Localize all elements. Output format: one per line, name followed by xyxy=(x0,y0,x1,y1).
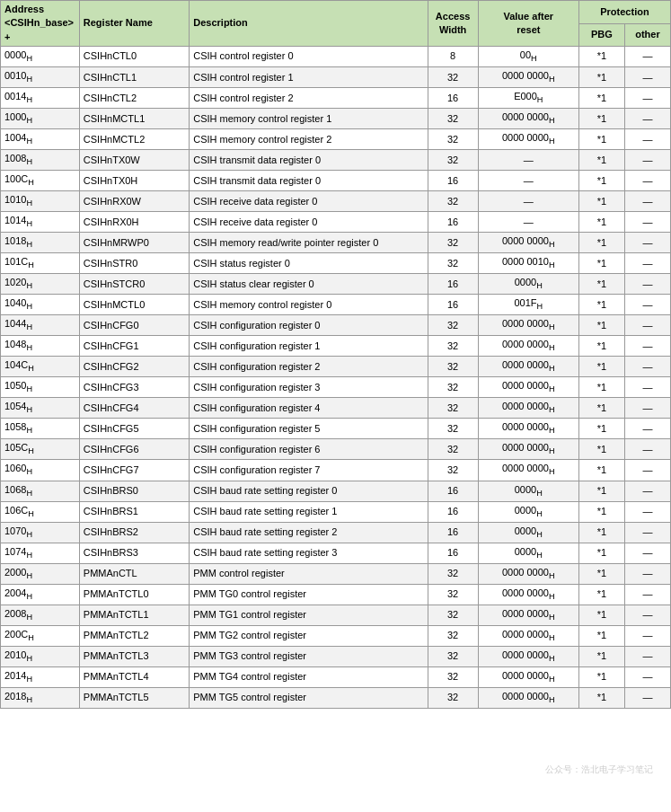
cell-description: PMM TG5 control register xyxy=(190,687,428,708)
cell-address: 1054H xyxy=(1,398,80,419)
table-row: 0010HCSIHnCTL1CSIH control register 1320… xyxy=(1,67,671,88)
cell-other: — xyxy=(624,377,670,398)
table-row: 104CHCSIHnCFG2CSIH configuration registe… xyxy=(1,357,671,377)
cell-address: 105CH xyxy=(1,439,80,460)
cell-other: — xyxy=(624,253,670,274)
table-row: 100CHCSIHnTX0HCSIH transmit data registe… xyxy=(1,171,671,191)
cell-reset-value: 0000 0000H xyxy=(478,109,578,129)
table-row: 2014HPMMAnTCTL4PMM TG4 control register3… xyxy=(1,666,671,687)
cell-register-name: CSIHnCFG1 xyxy=(79,336,189,357)
cell-access-width: 32 xyxy=(428,150,478,171)
cell-address: 1020H xyxy=(1,274,80,295)
cell-pbg: *1 xyxy=(578,398,624,419)
cell-other: — xyxy=(624,274,670,295)
cell-address: 1000H xyxy=(1,109,80,129)
cell-reset-value: 0000 0000H xyxy=(478,233,578,253)
cell-description: CSIH configuration register 3 xyxy=(190,377,428,398)
header-other: other xyxy=(624,23,670,47)
cell-other: — xyxy=(624,357,670,377)
cell-other: — xyxy=(624,666,670,687)
cell-pbg: *1 xyxy=(578,625,624,646)
cell-access-width: 16 xyxy=(428,274,478,295)
cell-description: CSIH configuration register 0 xyxy=(190,315,428,336)
cell-access-width: 32 xyxy=(428,646,478,666)
table-row: 105CHCSIHnCFG6CSIH configuration registe… xyxy=(1,439,671,460)
cell-reset-value: 0000 0000H xyxy=(478,377,578,398)
cell-description: PMM TG2 control register xyxy=(190,625,428,646)
cell-pbg: *1 xyxy=(578,646,624,666)
cell-register-name: PMMAnTCTL0 xyxy=(79,584,189,605)
cell-other: — xyxy=(624,47,670,67)
cell-description: CSIH transmit data register 0 xyxy=(190,171,428,191)
table-row: 1058HCSIHnCFG5CSIH configuration registe… xyxy=(1,419,671,439)
table-row: 1008HCSIHnTX0WCSIH transmit data registe… xyxy=(1,150,671,171)
cell-access-width: 32 xyxy=(428,233,478,253)
cell-register-name: PMMAnTCTL1 xyxy=(79,605,189,625)
cell-address: 1070H xyxy=(1,522,80,543)
cell-reset-value: 0000 0000H xyxy=(478,625,578,646)
table-row: 1000HCSIHnMCTL1CSIH memory control regis… xyxy=(1,109,671,129)
cell-address: 104CH xyxy=(1,357,80,377)
cell-description: CSIH configuration register 1 xyxy=(190,336,428,357)
cell-register-name: PMMAnTCTL5 xyxy=(79,687,189,708)
cell-address: 0014H xyxy=(1,88,80,109)
cell-register-name: CSIHnCTL0 xyxy=(79,47,189,67)
cell-pbg: *1 xyxy=(578,543,624,563)
cell-pbg: *1 xyxy=(578,171,624,191)
cell-address: 0000H xyxy=(1,47,80,67)
cell-address: 2014H xyxy=(1,666,80,687)
cell-pbg: *1 xyxy=(578,522,624,543)
cell-pbg: *1 xyxy=(578,253,624,274)
cell-register-name: CSIHnCTL2 xyxy=(79,88,189,109)
cell-other: — xyxy=(624,129,670,150)
cell-other: — xyxy=(624,212,670,233)
cell-access-width: 32 xyxy=(428,439,478,460)
cell-other: — xyxy=(624,419,670,439)
cell-other: — xyxy=(624,109,670,129)
cell-address: 1048H xyxy=(1,336,80,357)
cell-address: 1010H xyxy=(1,191,80,212)
cell-register-name: CSIHnBRS3 xyxy=(79,543,189,563)
cell-other: — xyxy=(624,315,670,336)
cell-address: 1004H xyxy=(1,129,80,150)
cell-address: 1040H xyxy=(1,295,80,315)
table-row: 1070HCSIHnBRS2CSIH baud rate setting reg… xyxy=(1,522,671,543)
cell-access-width: 32 xyxy=(428,687,478,708)
cell-access-width: 16 xyxy=(428,543,478,563)
cell-reset-value: 0000 0010H xyxy=(478,253,578,274)
cell-description: CSIH transmit data register 0 xyxy=(190,150,428,171)
cell-pbg: *1 xyxy=(578,377,624,398)
cell-register-name: CSIHnBRS2 xyxy=(79,522,189,543)
cell-reset-value: 0000H xyxy=(478,543,578,563)
cell-access-width: 8 xyxy=(428,47,478,67)
cell-reset-value: 0000 0000H xyxy=(478,315,578,336)
cell-access-width: 32 xyxy=(428,357,478,377)
cell-register-name: CSIHnBRS1 xyxy=(79,501,189,522)
cell-description: PMM control register xyxy=(190,563,428,584)
cell-access-width: 16 xyxy=(428,481,478,501)
cell-pbg: *1 xyxy=(578,605,624,625)
cell-access-width: 32 xyxy=(428,419,478,439)
cell-register-name: CSIHnTX0W xyxy=(79,150,189,171)
header-value-after-reset: Value afterreset xyxy=(478,1,578,47)
cell-register-name: CSIHnMRWP0 xyxy=(79,233,189,253)
cell-reset-value: 0000 0000H xyxy=(478,357,578,377)
cell-register-name: CSIHnSTCR0 xyxy=(79,274,189,295)
cell-access-width: 32 xyxy=(428,460,478,481)
cell-pbg: *1 xyxy=(578,666,624,687)
cell-description: CSIH memory control register 0 xyxy=(190,295,428,315)
cell-access-width: 16 xyxy=(428,171,478,191)
cell-reset-value: 0000 0000H xyxy=(478,584,578,605)
cell-pbg: *1 xyxy=(578,295,624,315)
table-row: 2010HPMMAnTCTL3PMM TG3 control register3… xyxy=(1,646,671,666)
cell-other: — xyxy=(624,584,670,605)
cell-access-width: 32 xyxy=(428,129,478,150)
cell-reset-value: — xyxy=(478,212,578,233)
cell-register-name: CSIHnCFG2 xyxy=(79,357,189,377)
cell-other: — xyxy=(624,481,670,501)
cell-pbg: *1 xyxy=(578,88,624,109)
cell-access-width: 32 xyxy=(428,191,478,212)
cell-access-width: 32 xyxy=(428,336,478,357)
cell-description: CSIH configuration register 4 xyxy=(190,398,428,419)
cell-address: 2004H xyxy=(1,584,80,605)
